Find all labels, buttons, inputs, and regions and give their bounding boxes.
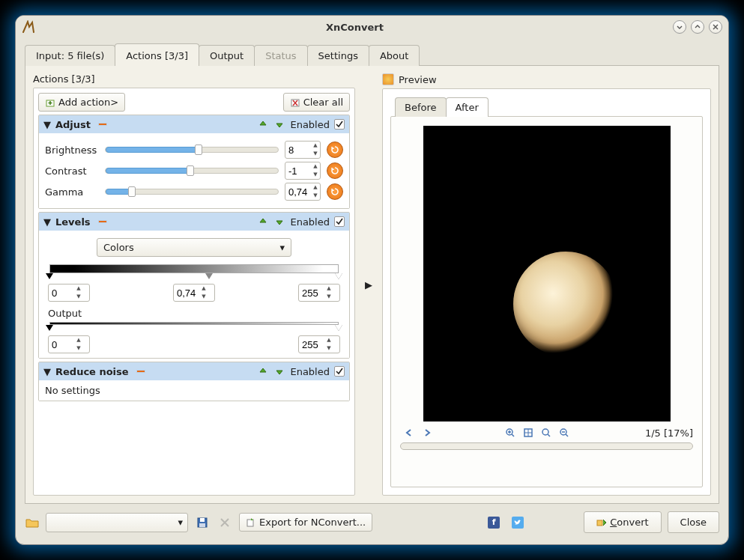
minimize-button[interactable] [673,20,686,34]
move-down-button[interactable] [273,118,285,130]
brightness-input[interactable] [285,144,311,156]
levels-output-values: ▲▼ ▲▼ [48,335,340,353]
move-down-button[interactable] [273,365,285,377]
levels-low-spinbox[interactable]: ▲▼ [48,284,90,302]
preview-title-row: Preview [382,73,711,85]
close-button[interactable] [709,20,722,34]
prev-image-button[interactable] [402,426,416,439]
move-up-button[interactable] [257,216,269,228]
spin-down[interactable]: ▼ [311,171,320,179]
action-adjust: ▼ Adjust Enabled Brightness [38,115,350,209]
collapse-toggle[interactable]: ▼ [43,216,51,228]
contrast-reset-button[interactable] [327,162,343,179]
next-image-button[interactable] [420,426,434,439]
save-icon [196,517,208,529]
actions-title-row: Actions [3/3] [33,73,355,85]
levels-input-gradient[interactable] [49,264,339,273]
gamma-spinbox[interactable]: ▲▼ [285,183,321,201]
levels-out-high-input[interactable] [299,339,324,350]
enabled-checkbox[interactable] [334,216,345,227]
tab-after[interactable]: After [446,97,489,117]
collapse-toggle[interactable]: ▼ [43,119,51,130]
brightness-slider[interactable] [105,147,279,153]
facebook-icon[interactable]: f [488,517,500,529]
save-script-button[interactable] [194,514,211,531]
levels-out-high-spinbox[interactable]: ▲▼ [298,335,340,353]
levels-out-low-handle[interactable] [46,325,53,331]
spin-up[interactable]: ▲ [311,183,320,192]
tab-input[interactable]: Input: 5 file(s) [25,45,115,66]
svg-rect-9 [247,520,253,526]
open-script-button[interactable] [25,516,40,529]
brightness-spinbox[interactable]: ▲▼ [285,141,321,159]
twitter-icon[interactable] [512,517,524,529]
tab-before[interactable]: Before [395,97,447,117]
enabled-checkbox[interactable] [334,366,345,377]
spin-up[interactable]: ▲ [311,141,320,150]
main-tabs: Input: 5 file(s) Actions [3/3] Output St… [16,38,728,65]
contrast-spinbox[interactable]: ▲▼ [285,162,321,180]
contrast-slider[interactable] [105,168,279,174]
levels-high-handle[interactable] [335,273,342,279]
preview-icon [382,73,394,85]
levels-channel-dropdown[interactable]: Colors ▾ [97,238,291,257]
contrast-input[interactable] [285,165,311,177]
action-levels-header: ▼ Levels Enabled [39,213,349,231]
close-app-button[interactable]: Close [668,511,719,533]
spin-down[interactable]: ▼ [311,192,320,200]
levels-out-high-handle[interactable] [335,325,342,331]
gamma-slider[interactable] [105,189,279,195]
move-down-button[interactable] [273,216,285,228]
zoom-actual-button[interactable] [539,426,553,439]
preview-scrollbar[interactable] [400,442,693,450]
levels-mid-handle[interactable] [205,273,213,279]
maximize-button[interactable] [691,20,704,34]
brightness-reset-button[interactable] [327,141,343,158]
preview-toolbar: 1/5 [17%] [400,426,693,439]
move-up-button[interactable] [257,118,269,130]
preview-tabs: Before After [395,97,703,116]
levels-input-handles[interactable] [48,273,340,281]
add-action-button[interactable]: Add action> [38,93,125,112]
spin-down[interactable]: ▼ [311,150,320,158]
move-up-button[interactable] [257,365,269,377]
enabled-label: Enabled [290,366,330,377]
levels-high-input[interactable] [299,287,324,299]
spin-up[interactable]: ▲ [311,162,320,171]
delete-icon [219,517,231,529]
levels-high-spinbox[interactable]: ▲▼ [298,284,340,302]
gamma-reset-button[interactable] [327,183,343,200]
levels-out-low-spinbox[interactable]: ▲▼ [48,335,90,353]
reset-icon [330,187,339,196]
window: XnConvert Input: 5 file(s) Actions [3/3]… [15,15,729,545]
remove-action-button[interactable] [95,118,107,130]
tab-actions[interactable]: Actions [3/3] [115,43,199,66]
convert-button[interactable]: Convert [584,511,661,533]
levels-out-low-input[interactable] [49,339,74,350]
tab-output[interactable]: Output [199,45,255,66]
levels-low-handle[interactable] [46,273,53,279]
tab-settings[interactable]: Settings [307,45,369,66]
clear-all-button[interactable]: Clear all [283,93,350,112]
tab-about[interactable]: About [369,45,420,66]
preview-footer: 1/5 [17%] [400,426,693,450]
expand-handle[interactable]: ▶ [363,279,375,290]
zoom-fit-button[interactable] [521,426,535,439]
actions-toolbar: Add action> Clear all [38,93,350,112]
zoom-out-button[interactable] [557,426,571,439]
script-combo[interactable]: ▾ [46,513,188,532]
export-label: Export for NConvert... [259,517,366,528]
enabled-checkbox[interactable] [334,119,345,130]
levels-output-handles[interactable] [48,325,340,332]
collapse-toggle[interactable]: ▼ [43,366,51,377]
window-title: XnConvert [41,22,668,33]
levels-low-input[interactable] [49,287,74,299]
levels-mid-spinbox[interactable]: ▲▼ [173,284,215,302]
remove-action-button[interactable] [133,365,145,377]
preview-status: 1/5 [17%] [645,427,693,439]
gamma-input[interactable] [285,186,311,198]
remove-action-button[interactable] [95,216,107,228]
export-nconvert-button[interactable]: Export for NConvert... [239,513,372,532]
levels-mid-input[interactable] [174,287,199,299]
zoom-in-button[interactable] [503,426,517,439]
